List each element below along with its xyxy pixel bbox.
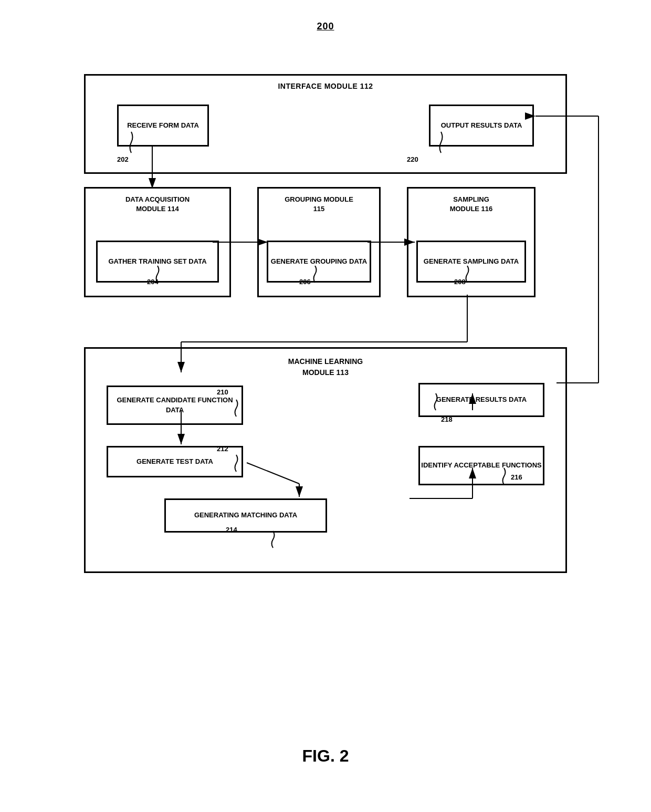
fig-caption: FIG. 2 (42, 746, 609, 766)
ref-220: 220 (407, 155, 418, 163)
sampling-module-title: SAMPLING MODULE 116 (408, 189, 534, 214)
grouping-module-title: GROUPING MODULE 115 (259, 189, 379, 214)
sampling-module-box: SAMPLING MODULE 116 GENERATE SAMPLING DA… (407, 187, 536, 297)
interface-module-title: INTERFACE MODULE 112 (86, 82, 565, 90)
ref-216: 216 (511, 473, 522, 481)
ref-218: 218 (441, 415, 453, 423)
generating-matching-data-box: GENERATING MATCHING DATA (164, 498, 327, 533)
output-results-data-box: OUTPUT RESULTS DATA (429, 105, 534, 147)
page: 200 (0, 0, 651, 812)
ref-212: 212 (217, 445, 228, 453)
data-acquisition-title: DATA ACQUISITION MODULE 114 (86, 189, 229, 214)
ml-module-title: MACHINE LEARNING MODULE 113 (86, 349, 565, 378)
interface-module-box: INTERFACE MODULE 112 RECEIVE FORM DATA O… (84, 74, 567, 174)
generate-sampling-data-box: GENERATE SAMPLING DATA (416, 241, 526, 283)
ref-208: 208 (454, 278, 466, 286)
gather-training-set-data-box: GATHER TRAINING SET DATA (96, 241, 219, 283)
identify-acceptable-functions-box: IDENTIFY ACCEPTABLE FUNCTIONS (418, 446, 544, 485)
receive-form-data-box: RECEIVE FORM DATA (117, 105, 209, 147)
ref-206: 206 (299, 278, 311, 286)
ref-210: 210 (217, 388, 228, 396)
ref-204: 204 (147, 278, 159, 286)
ml-module-box: MACHINE LEARNING MODULE 113 GENERATE CAN… (84, 347, 567, 573)
grouping-module-box: GROUPING MODULE 115 GENERATE GROUPING DA… (257, 187, 381, 297)
diagram-area: INTERFACE MODULE 112 RECEIVE FORM DATA O… (42, 48, 609, 720)
figure-ref: 200 (42, 21, 609, 32)
generate-results-data-box: GENERATE RESULTS DATA (418, 383, 544, 417)
ref-202: 202 (117, 155, 129, 163)
ref-214: 214 (226, 526, 237, 534)
generate-grouping-data-box: GENERATE GROUPING DATA (267, 241, 371, 283)
